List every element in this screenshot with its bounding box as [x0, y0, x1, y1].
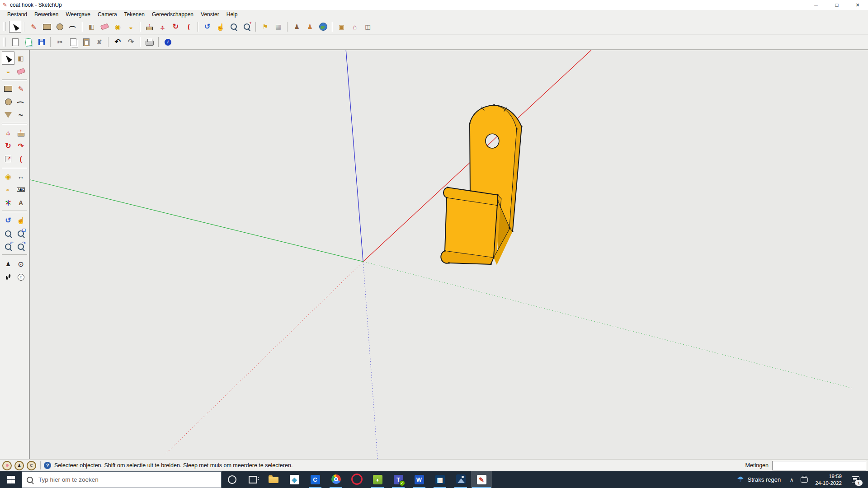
taskbar-cube-app-button[interactable]: ◈ — [284, 471, 305, 488]
3d-text-tool-button[interactable]: A — [14, 196, 27, 209]
meet-now-icon[interactable] — [798, 471, 811, 488]
start-button[interactable] — [0, 471, 22, 488]
taskbar-word-button[interactable]: W — [409, 471, 429, 488]
taskbar-chrome-button[interactable] — [326, 471, 346, 488]
position-camera-tool-button[interactable]: ♟ — [2, 258, 14, 271]
select-tool-button[interactable] — [2, 52, 14, 65]
zoom-window-tool-button[interactable]: ▢ — [14, 227, 27, 240]
taskbar-c-app-button[interactable]: C — [305, 471, 326, 488]
search-input[interactable] — [38, 476, 217, 483]
rotate-tool-button[interactable]: ↻ — [2, 139, 14, 152]
share-model-button[interactable]: ♟ — [304, 21, 316, 33]
geo-location-icon[interactable] — [2, 461, 12, 470]
new-button[interactable] — [9, 36, 21, 48]
protractor-tool-button[interactable]: ◖ — [2, 183, 14, 196]
rectangle-tool-button[interactable] — [2, 82, 14, 95]
follow-me-tool-button[interactable]: ↷ — [14, 139, 27, 152]
coat-hook-model[interactable] — [441, 104, 522, 265]
circle-tool-button[interactable] — [2, 95, 14, 108]
preview-google-earth-button[interactable] — [317, 21, 329, 33]
offset-button[interactable]: ( — [183, 21, 195, 33]
move-button[interactable]: ↔↕ — [156, 21, 169, 33]
task-view-button[interactable] — [242, 471, 263, 488]
cortana-button[interactable] — [222, 471, 242, 488]
rotate-button[interactable]: ↻ — [170, 21, 182, 33]
polygon-tool-button[interactable] — [2, 108, 14, 122]
drawing-viewport[interactable] — [29, 50, 868, 459]
claim-credit-icon[interactable]: ♟ — [14, 461, 24, 470]
dimension-tool-button[interactable]: ↔ — [14, 170, 27, 183]
menu-help[interactable]: Help — [223, 10, 241, 19]
axes-tool-button[interactable] — [2, 196, 14, 209]
paste-button[interactable] — [80, 36, 92, 48]
look-around-tool-button[interactable]: ⊙ — [14, 258, 27, 271]
taskbar-search[interactable] — [22, 471, 222, 488]
menu-weergave[interactable]: Weergave — [62, 10, 94, 19]
undo-button[interactable]: ↶ — [112, 36, 124, 48]
get-models-button[interactable]: ♟ — [291, 21, 303, 33]
menu-gereedschappen[interactable]: Gereedschappen — [148, 10, 197, 19]
zoom-extents-button[interactable]: + — [241, 21, 253, 33]
taskbar-photos-button[interactable] — [450, 471, 471, 488]
rectangle-button[interactable] — [41, 21, 53, 33]
taskbar-file-explorer-button[interactable] — [263, 471, 284, 488]
paint-bucket-tool-button[interactable]: ◒ — [2, 65, 14, 78]
zoom-tool-button[interactable] — [2, 227, 14, 240]
push-pull-tool-button[interactable]: ↑ — [14, 126, 27, 139]
toolbar-grip[interactable] — [3, 38, 5, 47]
menu-bewerken[interactable]: Bewerken — [31, 10, 62, 19]
arc-button[interactable]: ( — [67, 21, 79, 33]
menu-bestand[interactable]: Bestand — [4, 10, 31, 19]
model-info-button[interactable]: i — [162, 36, 174, 48]
extension-warehouse-button[interactable]: ⌂ — [349, 21, 361, 33]
tray-overflow-chevron[interactable]: ∧ — [785, 471, 798, 488]
eraser-tool-button[interactable] — [14, 65, 27, 78]
toggle-terrain-button[interactable]: ▦ — [272, 21, 284, 33]
paint-bucket-button[interactable]: ◒ — [125, 21, 137, 33]
print-button[interactable] — [143, 36, 156, 48]
menu-camera[interactable]: Camera — [94, 10, 121, 19]
move-tool-button[interactable]: ↔↕ — [2, 126, 14, 139]
zoom-button[interactable] — [227, 21, 240, 33]
walk-tool-button[interactable] — [2, 271, 14, 284]
taskbar-teams-button[interactable]: T✓ — [388, 471, 409, 488]
close-button[interactable]: ✕ — [847, 0, 868, 10]
make-component-button[interactable]: ◧ — [85, 21, 98, 33]
tape-measure-button[interactable]: ◉ — [112, 21, 124, 33]
line-tool-button[interactable]: ✎ — [14, 82, 27, 95]
make-component-tool-button[interactable]: ◧ — [14, 52, 27, 65]
taskbar-sketchup-button[interactable]: ✎ — [471, 471, 492, 488]
circle-button[interactable] — [54, 21, 66, 33]
save-button[interactable] — [35, 36, 47, 48]
menu-tekenen[interactable]: Tekenen — [121, 10, 148, 19]
measurements-input[interactable] — [772, 461, 866, 470]
select-button[interactable] — [9, 21, 21, 33]
taskbar-calculator-button[interactable]: ▦ — [429, 471, 450, 488]
minimize-button[interactable]: ─ — [806, 0, 826, 10]
scale-tool-button[interactable]: ↗ — [2, 152, 14, 165]
delete-button[interactable]: ✘ — [93, 36, 105, 48]
taskbar-clock[interactable]: 19:59 24-10-2022 — [811, 471, 846, 488]
offset-tool-button[interactable]: ( — [14, 152, 27, 165]
freehand-tool-button[interactable]: ~ — [14, 108, 27, 122]
text-tool-button[interactable]: ABC — [14, 183, 27, 196]
weather-widget[interactable]: ☂ Straks regen — [732, 471, 785, 488]
model-box-button[interactable]: ◫ — [362, 21, 374, 33]
taskbar-opera-button[interactable] — [346, 471, 367, 488]
redo-button[interactable]: ↷ — [125, 36, 137, 48]
open-button[interactable] — [22, 36, 34, 48]
zoom-previous-tool-button[interactable]: ↶ — [2, 240, 14, 253]
model-canvas[interactable] — [30, 50, 868, 459]
pan-button[interactable]: ☝ — [214, 21, 226, 33]
orbit-button[interactable]: ↺ — [201, 21, 213, 33]
taskbar-sims4-button[interactable]: ♦ — [367, 471, 388, 488]
line-button[interactable]: ✎ — [28, 21, 40, 33]
arc-tool-button[interactable]: ( — [14, 95, 27, 108]
action-center-button[interactable]: 1 — [846, 471, 864, 488]
eraser-button[interactable] — [99, 21, 111, 33]
maximize-button[interactable]: □ — [826, 0, 847, 10]
tape-measure-tool-button[interactable]: ◉ — [2, 170, 14, 183]
menu-venster[interactable]: Venster — [197, 10, 223, 19]
push-pull-button[interactable]: ↑ — [143, 21, 156, 33]
add-location-button[interactable]: ⚑ — [259, 21, 271, 33]
